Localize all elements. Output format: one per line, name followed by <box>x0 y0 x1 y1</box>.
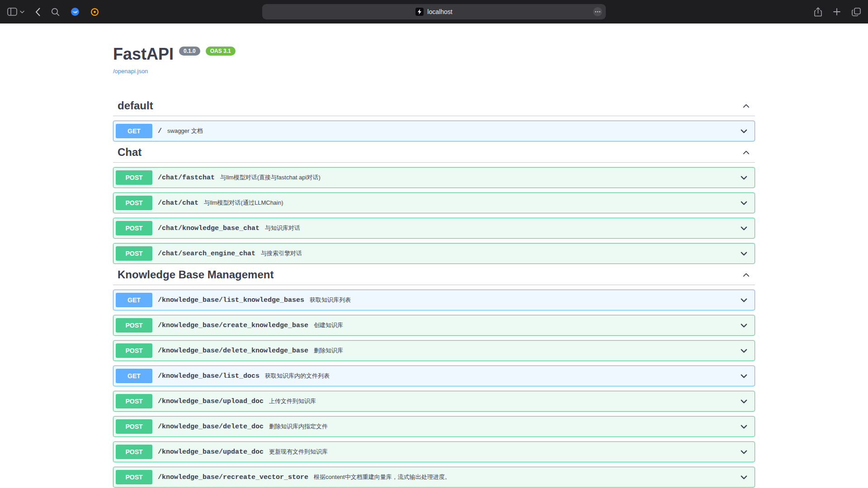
method-badge: POST <box>116 445 152 459</box>
site-favicon <box>415 8 424 16</box>
section-title: Knowledge Base Management <box>118 268 274 281</box>
chevron-up-icon[interactable] <box>742 148 750 157</box>
operations-list: GET/swagger 文档 <box>113 121 755 141</box>
operation-summary: 删除知识库 <box>314 347 343 355</box>
api-info: FastAPI 0.1.0 OAS 3.1 /openapi.json <box>113 45 755 75</box>
api-title-text: FastAPI <box>113 45 174 63</box>
operation-row[interactable]: POST/chat/fastchat与llm模型对话(直接与fastchat a… <box>113 167 755 188</box>
operations-sections: defaultGET/swagger 文档ChatPOST/chat/fastc… <box>113 99 755 488</box>
operation-summary: 删除知识库内指定文件 <box>269 422 328 431</box>
page-title: FastAPI 0.1.0 OAS 3.1 <box>113 45 755 63</box>
operations-list: POST/chat/fastchat与llm模型对话(直接与fastchat a… <box>113 167 755 264</box>
new-tab-icon[interactable] <box>833 8 841 16</box>
operation-summary: swagger 文档 <box>167 127 203 135</box>
back-icon[interactable] <box>35 8 40 16</box>
record-app-icon[interactable] <box>90 8 99 16</box>
bird-app-icon[interactable] <box>71 7 80 16</box>
sidebar-toggle-group <box>7 8 24 16</box>
method-badge: POST <box>116 246 152 261</box>
address-bar[interactable]: localhost <box>262 4 606 19</box>
operation-row[interactable]: POST/knowledge_base/delete_doc删除知识库内指定文件 <box>113 416 755 437</box>
operation-row[interactable]: POST/knowledge_base/recreate_vector_stor… <box>113 467 755 488</box>
api-section: Knowledge Base ManagementGET/knowledge_b… <box>113 268 755 488</box>
chevron-down-icon[interactable] <box>740 174 748 182</box>
toolbar-left-cluster <box>7 7 99 16</box>
method-badge: POST <box>116 221 152 235</box>
swagger-container: FastAPI 0.1.0 OAS 3.1 /openapi.json defa… <box>104 45 764 488</box>
chevron-down-icon[interactable] <box>740 296 748 305</box>
method-badge: GET <box>116 369 152 383</box>
operation-path: /chat/search_engine_chat <box>158 250 255 258</box>
operation-row[interactable]: POST/chat/search_engine_chat与搜索引擎对话 <box>113 243 755 264</box>
page-ellipsis-icon[interactable] <box>593 7 603 17</box>
chevron-down-icon[interactable] <box>740 397 748 406</box>
chevron-down-icon[interactable] <box>740 448 748 456</box>
operation-row[interactable]: POST/chat/chat与llm模型对话(通过LLMChain) <box>113 192 755 213</box>
version-badge: 0.1.0 <box>179 47 200 56</box>
operation-row[interactable]: POST/chat/knowledge_base_chat与知识库对话 <box>113 218 755 239</box>
chevron-down-icon[interactable] <box>740 473 748 482</box>
section-header[interactable]: default <box>113 99 755 116</box>
method-badge: POST <box>116 196 152 210</box>
operation-path: /knowledge_base/upload_doc <box>158 398 264 405</box>
tab-overview-icon[interactable] <box>852 8 861 16</box>
operation-path: /chat/fastchat <box>158 174 215 182</box>
sidebar-chevron-down-icon[interactable] <box>20 10 24 14</box>
chevron-down-icon[interactable] <box>740 127 748 136</box>
swagger-page: FastAPI 0.1.0 OAS 3.1 /openapi.json defa… <box>0 23 868 488</box>
toolbar-right-cluster <box>814 7 861 17</box>
operation-row[interactable]: GET/knowledge_base/list_docs获取知识库内的文件列表 <box>113 366 755 386</box>
chevron-down-icon[interactable] <box>740 199 748 207</box>
chevron-down-icon[interactable] <box>740 321 748 330</box>
method-badge: POST <box>116 394 152 408</box>
operations-list: GET/knowledge_base/list_knowledge_bases获… <box>113 290 755 488</box>
method-badge: POST <box>116 419 152 434</box>
address-bar-content: localhost <box>415 8 452 16</box>
method-badge: POST <box>116 343 152 358</box>
operation-path: / <box>158 127 162 135</box>
chevron-down-icon[interactable] <box>740 249 748 258</box>
operation-summary: 更新现有文件到知识库 <box>269 448 328 456</box>
section-title: default <box>118 99 153 112</box>
operation-summary: 获取知识库内的文件列表 <box>265 372 330 380</box>
share-icon[interactable] <box>814 7 822 17</box>
operation-row[interactable]: POST/knowledge_base/upload_doc上传文件到知识库 <box>113 391 755 412</box>
operation-summary: 与搜索引擎对话 <box>261 249 302 258</box>
method-badge: POST <box>116 170 152 185</box>
oas-badge: OAS 3.1 <box>206 47 236 56</box>
operation-row[interactable]: POST/knowledge_base/create_knowledge_bas… <box>113 315 755 336</box>
chevron-down-icon[interactable] <box>740 224 748 233</box>
browser-toolbar: localhost <box>0 0 868 23</box>
operation-summary: 上传文件到知识库 <box>269 397 316 405</box>
operation-summary: 根据content中文档重建向量库，流式输出处理进度。 <box>314 473 451 481</box>
operation-summary: 获取知识库列表 <box>310 296 351 304</box>
sidebar-toggle-icon[interactable] <box>7 8 17 16</box>
operation-row[interactable]: GET/swagger 文档 <box>113 121 755 141</box>
chevron-up-icon[interactable] <box>742 271 750 279</box>
chevron-up-icon[interactable] <box>742 102 750 110</box>
url-text: localhost <box>427 8 452 15</box>
operation-path: /knowledge_base/update_doc <box>158 448 264 456</box>
api-section: ChatPOST/chat/fastchat与llm模型对话(直接与fastch… <box>113 146 755 264</box>
operation-path: /knowledge_base/list_docs <box>158 372 259 380</box>
operation-row[interactable]: POST/knowledge_base/update_doc更新现有文件到知识库 <box>113 441 755 462</box>
method-badge: GET <box>116 293 152 307</box>
operation-row[interactable]: POST/knowledge_base/delete_knowledge_bas… <box>113 340 755 361</box>
operation-row[interactable]: GET/knowledge_base/list_knowledge_bases获… <box>113 290 755 310</box>
api-section: defaultGET/swagger 文档 <box>113 99 755 141</box>
operation-path: /chat/chat <box>158 199 198 207</box>
method-badge: GET <box>116 124 152 138</box>
chevron-down-icon[interactable] <box>740 372 748 380</box>
operation-path: /knowledge_base/delete_knowledge_base <box>158 347 308 355</box>
chevron-down-icon[interactable] <box>740 347 748 355</box>
section-header[interactable]: Knowledge Base Management <box>113 268 755 285</box>
operation-summary: 创建知识库 <box>314 321 343 329</box>
chevron-down-icon[interactable] <box>740 422 748 431</box>
search-icon[interactable] <box>51 8 60 16</box>
openapi-spec-link[interactable]: /openapi.json <box>113 68 148 75</box>
operation-path: /knowledge_base/recreate_vector_store <box>158 474 308 481</box>
operation-summary: 与llm模型对话(通过LLMChain) <box>204 199 283 207</box>
section-header[interactable]: Chat <box>113 146 755 163</box>
operation-summary: 与知识库对话 <box>265 224 300 232</box>
method-badge: POST <box>116 470 152 484</box>
